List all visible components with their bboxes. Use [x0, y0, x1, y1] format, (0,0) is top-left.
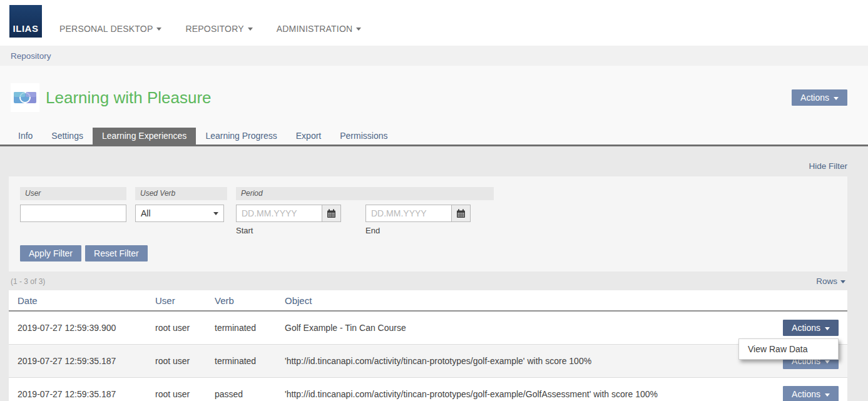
tab-info[interactable]: Info — [9, 128, 42, 145]
tab-learning-experiences[interactable]: Learning Experiences — [93, 128, 196, 145]
table-row: 2019-07-27 12:59:35.187 root user termin… — [9, 345, 847, 378]
main-menu: PERSONAL DESKTOP REPOSITORY ADMINISTRATI… — [59, 13, 361, 34]
user-filter-input[interactable] — [20, 205, 126, 222]
page-title: Learning with Pleasure — [46, 88, 792, 108]
table-row: 2019-07-27 12:59:35.187 root user passed… — [9, 378, 847, 401]
column-header-verb[interactable]: Verb — [206, 290, 276, 311]
breadcrumb: Repository — [0, 46, 868, 66]
menu-personal-desktop[interactable]: PERSONAL DESKTOP — [59, 24, 161, 34]
column-header-actions — [774, 290, 847, 311]
column-header-object[interactable]: Object — [276, 290, 774, 311]
hide-filter-link[interactable]: Hide Filter — [809, 161, 847, 171]
chevron-down-icon — [834, 97, 839, 100]
cell-date: 2019-07-27 12:59:35.187 — [9, 345, 146, 378]
chevron-down-icon — [248, 28, 253, 31]
filter-panel: User Used Verb All Period — [9, 176, 847, 272]
ilias-logo[interactable]: ILIAS — [9, 5, 42, 38]
table-row: 2019-07-27 12:59:39.900 root user termin… — [9, 311, 847, 345]
row-actions-label: Actions — [792, 389, 820, 399]
tincan-object-icon — [11, 83, 39, 112]
tab-permissions[interactable]: Permissions — [330, 128, 397, 145]
menu-personal-desktop-label: PERSONAL DESKTOP — [59, 24, 153, 34]
table-header-row: Date User Verb Object — [9, 290, 847, 311]
menu-administration-label: ADMINISTRATION — [277, 24, 353, 34]
cell-object: 'http://id.tincanapi.com/activity/tincan… — [276, 345, 774, 378]
column-header-user[interactable]: User — [146, 290, 206, 311]
row-actions-button-open[interactable]: Actions — [783, 320, 839, 336]
chevron-down-icon — [156, 28, 161, 31]
breadcrumb-repository-link[interactable]: Repository — [11, 51, 51, 61]
apply-filter-button[interactable]: Apply Filter — [20, 245, 81, 261]
cell-user: root user — [146, 345, 206, 378]
top-navigation-bar: ILIAS PERSONAL DESKTOP REPOSITORY ADMINI… — [0, 0, 868, 46]
content-area: Hide Filter User Used Verb All Period — [0, 146, 868, 401]
cell-object: Golf Example - Tin Can Course — [276, 311, 774, 345]
page-actions-label: Actions — [800, 93, 829, 103]
tab-export[interactable]: Export — [287, 128, 330, 145]
page-header: Learning with Pleasure Actions Info Sett… — [0, 66, 868, 146]
reset-filter-button[interactable]: Reset Filter — [85, 245, 148, 261]
tab-learning-progress[interactable]: Learning Progress — [196, 128, 286, 145]
chevron-down-icon — [825, 360, 830, 363]
column-header-date[interactable]: Date — [9, 290, 146, 311]
cell-date: 2019-07-27 12:59:35.187 — [9, 378, 146, 401]
period-start-input[interactable] — [236, 205, 322, 222]
actions-dropdown-menu: View Raw Data — [738, 338, 839, 360]
calendar-button-start[interactable] — [322, 205, 341, 222]
select-arrow-icon — [213, 212, 218, 215]
cell-verb: terminated — [206, 345, 276, 378]
row-actions-label: Actions — [792, 323, 820, 333]
calendar-button-end[interactable] — [451, 205, 471, 222]
chevron-down-icon — [825, 393, 830, 397]
menu-repository-label: REPOSITORY — [185, 24, 243, 34]
period-end-label: End — [365, 226, 471, 235]
chevron-down-icon — [356, 28, 361, 31]
cell-date: 2019-07-27 12:59:39.900 — [9, 311, 146, 345]
cell-verb: passed — [206, 378, 276, 401]
rows-dropdown-label: Rows — [816, 277, 837, 286]
filter-label-period: Period — [236, 187, 494, 200]
calendar-icon — [327, 209, 336, 218]
verb-select-value: All — [141, 208, 151, 218]
rows-dropdown[interactable]: Rows — [816, 277, 845, 286]
period-start-label: Start — [236, 226, 341, 235]
cell-user: root user — [146, 311, 206, 345]
chevron-down-icon — [825, 327, 830, 330]
result-range-top: (1 - 3 of 3) — [11, 277, 45, 286]
chevron-down-icon — [840, 280, 845, 283]
period-end-input[interactable] — [365, 205, 451, 222]
filter-label-user: User — [20, 187, 126, 200]
row-actions-button[interactable]: Actions — [783, 386, 839, 401]
cell-object: 'http://id.tincanapi.com/activity/tincan… — [276, 378, 774, 401]
tab-bar: Info Settings Learning Experiences Learn… — [0, 128, 868, 146]
filter-label-used-verb: Used Verb — [135, 187, 227, 200]
menu-item-view-raw-data[interactable]: View Raw Data — [739, 339, 838, 359]
tab-settings[interactable]: Settings — [42, 128, 93, 145]
menu-repository[interactable]: REPOSITORY — [185, 24, 252, 34]
learning-experiences-table: Date User Verb Object 2019-07-27 12:59:3… — [9, 290, 847, 401]
calendar-icon — [456, 209, 466, 218]
page-actions-button[interactable]: Actions — [792, 89, 847, 106]
verb-select[interactable]: All — [135, 205, 224, 222]
cell-verb: terminated — [206, 311, 276, 345]
menu-administration[interactable]: ADMINISTRATION — [277, 24, 362, 34]
cell-user: root user — [146, 378, 206, 401]
